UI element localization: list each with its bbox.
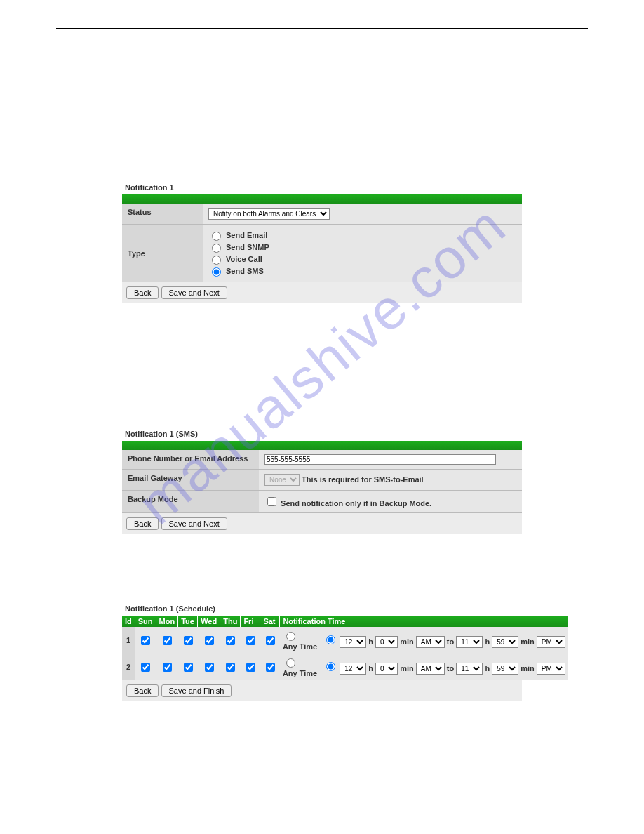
chk-r1-mon[interactable] <box>163 636 172 645</box>
schedule-table: Id Sun Mon Tue Wed Thu Fri Sat Notificat… <box>122 616 568 680</box>
chk-r1-sun[interactable] <box>141 636 150 645</box>
chk-r1-tue[interactable] <box>184 636 193 645</box>
panel-notification-type: Notification 1 Status Notify on both Ala… <box>122 183 522 303</box>
sel-r2-m1[interactable]: 0 <box>375 663 398 675</box>
back-button[interactable]: Back <box>126 684 159 697</box>
sel-r2-m2[interactable]: 59 <box>492 663 518 675</box>
radio-send-email[interactable] <box>212 232 221 241</box>
top-rule <box>56 28 588 29</box>
min-label: min <box>400 664 414 673</box>
status-select[interactable]: Notify on both Alarms and Clears <box>208 208 330 220</box>
chk-r1-wed[interactable] <box>205 636 214 645</box>
radio-send-sms[interactable] <box>212 267 221 277</box>
h-label: h <box>485 637 490 646</box>
anytime-label: Any Time <box>283 669 317 677</box>
to-label: to <box>447 664 454 673</box>
radio-send-snmp-label: Send SNMP <box>226 243 269 251</box>
backup-label: Backup Mode <box>122 491 259 512</box>
panel2-title: Notification 1 (SMS) <box>125 430 522 438</box>
gateway-label: Email Gateway <box>122 470 259 490</box>
min-label: min <box>400 637 414 646</box>
save-next-button[interactable]: Save and Next <box>161 517 227 530</box>
th-id: Id <box>122 616 135 627</box>
sel-r1-m1[interactable]: 0 <box>375 636 398 648</box>
backup-text: Send notification only if in Backup Mode… <box>281 499 431 508</box>
radio-send-email-label: Send Email <box>226 231 267 239</box>
th-sun: Sun <box>135 616 156 627</box>
table-row: 2 Any Time 12 h 0 min AM <box>122 654 568 680</box>
row2-id: 2 <box>122 654 135 680</box>
radio-send-snmp[interactable] <box>212 244 221 253</box>
h-label: h <box>485 664 490 673</box>
phone-input[interactable] <box>264 454 496 465</box>
min-label: min <box>521 637 535 646</box>
type-label: Type <box>122 225 203 282</box>
chk-r1-thu[interactable] <box>226 636 235 645</box>
sel-r2-ampm1[interactable]: AM <box>416 663 445 675</box>
th-thu: Thu <box>220 616 241 627</box>
sel-r2-h2[interactable]: 11 <box>456 663 483 675</box>
h-label: h <box>368 664 373 673</box>
status-label: Status <box>122 204 203 224</box>
schedule-header-row: Id Sun Mon Tue Wed Thu Fri Sat Notificat… <box>122 616 568 627</box>
panel1-header-bar <box>122 194 522 204</box>
back-button[interactable]: Back <box>126 517 159 530</box>
chk-r1-sat[interactable] <box>266 636 275 645</box>
panel-notification-schedule: Notification 1 (Schedule) Id Sun Mon Tue… <box>122 604 522 701</box>
back-button[interactable]: Back <box>126 286 159 299</box>
panel3-title: Notification 1 (Schedule) <box>125 604 522 613</box>
radio-r1-anytime[interactable] <box>286 632 295 641</box>
gateway-note: This is required for SMS-to-Email <box>302 475 424 484</box>
chk-r1-fri[interactable] <box>246 636 255 645</box>
save-next-button[interactable]: Save and Next <box>161 286 227 299</box>
radio-voice-call-label: Voice Call <box>226 255 262 263</box>
th-notification-time: Notification Time <box>280 616 568 627</box>
radio-r2-timerange[interactable] <box>326 662 335 671</box>
anytime-label: Any Time <box>283 642 317 651</box>
chk-r2-thu[interactable] <box>226 663 235 672</box>
th-sat: Sat <box>260 616 280 627</box>
save-finish-button[interactable]: Save and Finish <box>161 684 232 697</box>
table-row: 1 Any Time 12 h 0 min AM <box>122 627 568 654</box>
radio-r1-timerange[interactable] <box>326 635 335 644</box>
sel-r2-ampm2[interactable]: PM <box>537 663 565 675</box>
chk-r2-tue[interactable] <box>184 663 193 672</box>
radio-voice-call[interactable] <box>212 256 221 265</box>
sel-r2-h1[interactable]: 12 <box>340 663 366 675</box>
gateway-select[interactable]: None <box>264 474 300 486</box>
chk-r2-wed[interactable] <box>205 663 214 672</box>
min-label: min <box>521 664 535 673</box>
sel-r1-ampm2[interactable]: PM <box>537 636 565 648</box>
radio-send-sms-label: Send SMS <box>226 267 264 275</box>
chk-r2-sun[interactable] <box>141 663 150 672</box>
th-mon: Mon <box>156 616 178 627</box>
panel-notification-sms: Notification 1 (SMS) Phone Number or Ema… <box>122 430 522 534</box>
panel2-header-bar <box>122 441 522 450</box>
row1-id: 1 <box>122 627 135 654</box>
th-fri: Fri <box>241 616 260 627</box>
sel-r1-h2[interactable]: 11 <box>456 636 483 648</box>
h-label: h <box>368 637 373 646</box>
panel1-title: Notification 1 <box>125 183 522 192</box>
radio-r2-anytime[interactable] <box>286 658 295 668</box>
th-tue: Tue <box>178 616 198 627</box>
chk-r2-sat[interactable] <box>266 663 275 672</box>
sel-r1-h1[interactable]: 12 <box>340 636 366 648</box>
to-label: to <box>447 637 454 646</box>
chk-r2-mon[interactable] <box>163 663 172 672</box>
th-wed: Wed <box>198 616 220 627</box>
backup-checkbox[interactable] <box>267 497 276 506</box>
phone-label: Phone Number or Email Address <box>122 450 259 469</box>
sel-r1-m2[interactable]: 59 <box>492 636 518 648</box>
sel-r1-ampm1[interactable]: AM <box>416 636 445 648</box>
chk-r2-fri[interactable] <box>246 663 255 672</box>
